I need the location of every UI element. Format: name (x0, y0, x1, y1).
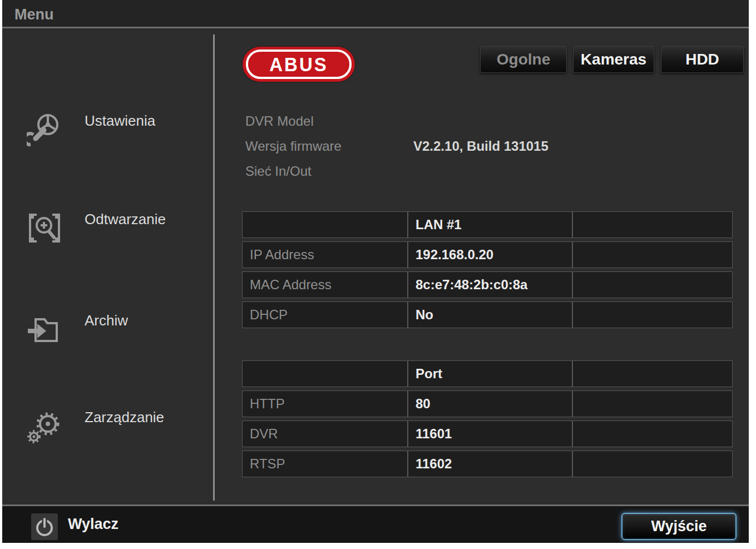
device-info-row: Sieć In/Out (245, 159, 549, 184)
table-row: IP Address 192.168.0.20 (242, 241, 733, 268)
sidebar-item-label: Ustawienia (85, 112, 155, 130)
shutdown-button[interactable] (31, 513, 58, 540)
rtsp-port-value: 11602 (408, 451, 572, 477)
device-info: DVR Model Wersja firmware V2.2.10, Build… (245, 108, 549, 184)
rtsp-port-label: RTSP (242, 451, 408, 477)
dvr-menu-window: Menu Ustawienia (2, 0, 749, 543)
table-row: Port (242, 360, 733, 387)
dhcp-label: DHCP (242, 301, 408, 328)
power-icon (31, 513, 58, 540)
empty-cell (572, 301, 733, 328)
exit-button[interactable]: Wyjście (621, 513, 737, 540)
empty-cell (572, 271, 733, 298)
archive-export-icon (27, 311, 62, 347)
dvr-port-label: DVR (242, 421, 408, 447)
device-info-row: DVR Model (245, 108, 549, 133)
device-info-row: Wersja firmware V2.2.10, Build 131015 (245, 133, 549, 159)
lan-header-cell: LAN #1 (408, 211, 572, 238)
abus-logo-text: ABUS (269, 53, 328, 76)
titlebar: Menu (2, 0, 749, 28)
dhcp-value: No (408, 301, 572, 328)
shutdown-label[interactable]: Wylacz (68, 516, 118, 533)
sidebar-divider (213, 34, 215, 501)
firmware-label: Wersja firmware (245, 139, 413, 154)
empty-cell (572, 421, 733, 447)
abus-logo: ABUS (243, 47, 355, 82)
table-row: DVR 11601 (242, 421, 733, 447)
abus-logo-ring: ABUS (246, 50, 352, 79)
settings-icon (27, 112, 62, 147)
http-port-value: 80 (408, 390, 572, 417)
sidebar-item-odtwarzanie[interactable]: Odtwarzanie (27, 210, 166, 246)
playback-search-icon (27, 210, 62, 246)
sidebar-item-ustawienia[interactable]: Ustawienia (27, 112, 155, 147)
port-header-cell: Port (408, 360, 572, 387)
table-row: HTTP 80 (242, 390, 733, 417)
table-row: LAN #1 (242, 211, 733, 238)
ip-address-label: IP Address (242, 241, 408, 268)
empty-cell (242, 211, 408, 238)
network-inout-label: Sieć In/Out (245, 164, 413, 179)
dvr-model-label: DVR Model (245, 113, 413, 129)
gears-icon (27, 408, 62, 444)
sidebar-item-label: Zarządzanie (85, 408, 164, 426)
table-row: DHCP No (242, 301, 733, 328)
ip-address-value: 192.168.0.20 (408, 241, 572, 268)
sidebar-item-archiw[interactable]: Archiw (27, 311, 128, 347)
http-label: HTTP (242, 390, 408, 417)
mac-address-label: MAC Address (242, 271, 408, 298)
empty-cell (572, 211, 733, 238)
empty-cell (572, 241, 733, 268)
dvr-port-value: 11601 (408, 421, 572, 447)
tab-hdd[interactable]: HDD (661, 46, 744, 73)
empty-cell (572, 360, 733, 387)
footer-bar: Wylacz Wyjście (2, 505, 749, 543)
table-row: RTSP 11602 (242, 451, 733, 477)
empty-cell (242, 360, 408, 387)
tab-ogolne[interactable]: Ogolne (480, 46, 567, 73)
sidebar-item-label: Archiw (85, 311, 128, 329)
empty-cell (572, 451, 733, 477)
port-table: Port HTTP 80 DVR 11601 RTSP 11602 (242, 357, 733, 481)
network-table: LAN #1 IP Address 192.168.0.20 MAC Addre… (242, 208, 733, 332)
firmware-value: V2.2.10, Build 131015 (413, 139, 549, 154)
tab-kameras[interactable]: Kameras (573, 46, 654, 73)
sidebar-item-zarzadzanie[interactable]: Zarządzanie (27, 408, 164, 444)
mac-address-value: 8c:e7:48:2b:c0:8a (408, 271, 572, 298)
window-title: Menu (14, 6, 54, 23)
table-row: MAC Address 8c:e7:48:2b:c0:8a (242, 271, 733, 298)
empty-cell (572, 390, 733, 417)
sidebar-item-label: Odtwarzanie (85, 210, 166, 228)
